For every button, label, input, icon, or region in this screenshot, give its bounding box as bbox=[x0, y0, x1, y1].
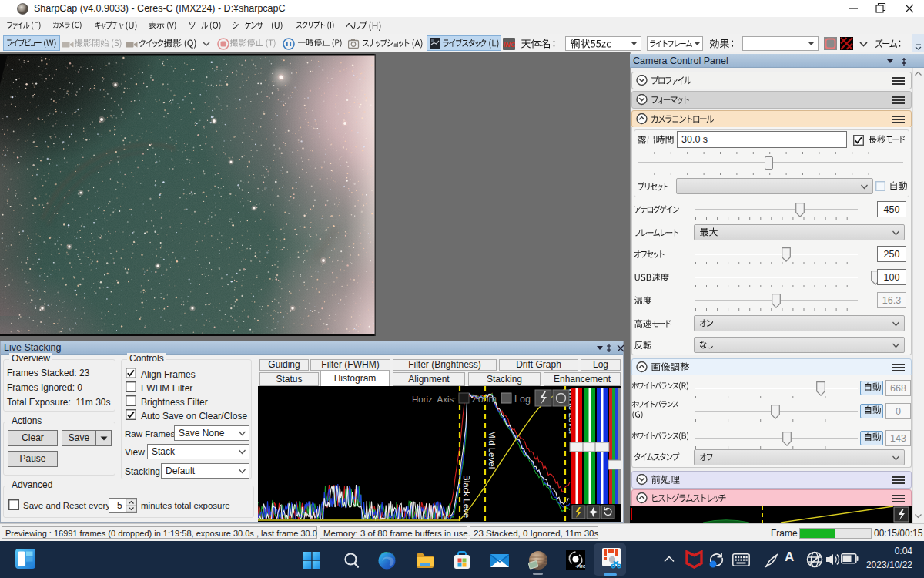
svg-text:Black Level: Black Level bbox=[462, 475, 471, 520]
svg-text:Horiz. Axis:: Horiz. Axis: bbox=[412, 395, 457, 404]
svg-text:ING: ING bbox=[504, 41, 516, 49]
svg-text:PRO: PRO bbox=[577, 564, 585, 569]
svg-text:Mid Level: Mid Level bbox=[487, 431, 497, 469]
svg-text:Log: Log bbox=[514, 394, 531, 405]
svg-text:Zoom: Zoom bbox=[472, 394, 497, 405]
